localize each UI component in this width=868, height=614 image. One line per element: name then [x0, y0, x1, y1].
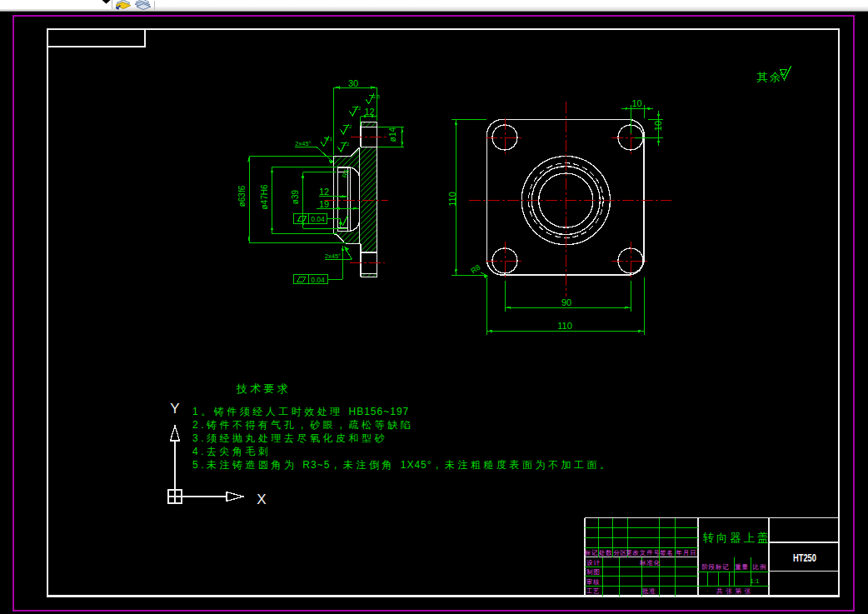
svg-text:2x45°: 2x45°	[295, 140, 311, 147]
svg-text:3.须经抛丸处理去尽氧化皮和型砂: 3.须经抛丸处理去尽氧化皮和型砂	[192, 432, 387, 444]
svg-text:2.铸件不得有气孔，砂眼，疏松等缺陷: 2.铸件不得有气孔，砂眼，疏松等缺陷	[192, 419, 413, 431]
svg-text:重量: 重量	[735, 563, 749, 571]
svg-text:19: 19	[319, 199, 329, 209]
svg-text:110: 110	[447, 192, 457, 207]
svg-text:设计: 设计	[586, 559, 601, 567]
svg-text:HT250: HT250	[793, 552, 816, 564]
svg-text:签名: 签名	[660, 549, 674, 557]
svg-text:处数: 处数	[598, 549, 613, 557]
svg-text:10: 10	[653, 121, 663, 131]
svg-text:Y: Y	[170, 401, 179, 417]
svg-text:X: X	[257, 492, 266, 507]
svg-text:0.04: 0.04	[311, 276, 325, 284]
svg-text:R8: R8	[469, 263, 481, 276]
svg-text:R5: R5	[341, 167, 351, 178]
svg-text:转向器上盖: 转向器上盖	[703, 532, 771, 544]
svg-text:ø39: ø39	[291, 189, 300, 204]
svg-text:阶段标记: 阶段标记	[701, 563, 729, 571]
svg-text:ø14: ø14	[388, 127, 397, 142]
svg-text:标记: 标记	[584, 549, 599, 557]
svg-text:4.去尖角毛刺: 4.去尖角毛刺	[192, 446, 272, 457]
svg-text:ø63f6: ø63f6	[237, 185, 247, 207]
svg-text:3.2: 3.2	[354, 106, 362, 111]
svg-text:30: 30	[348, 78, 358, 88]
svg-text:110: 110	[557, 321, 572, 331]
svg-text:批准: 批准	[642, 587, 656, 595]
svg-text:12: 12	[364, 107, 374, 117]
svg-text:制图: 制图	[586, 568, 601, 576]
svg-text:技术要求: 技术要求	[236, 382, 291, 395]
svg-text:10: 10	[631, 98, 641, 108]
svg-text:12: 12	[319, 187, 329, 197]
svg-text:3.2: 3.2	[345, 124, 352, 129]
svg-text:年月日: 年月日	[676, 549, 697, 557]
svg-text:1:1: 1:1	[750, 577, 760, 585]
svg-text:ø47H6: ø47H6	[260, 184, 269, 209]
svg-text:共 张 第 张: 共 张 第 张	[716, 587, 751, 595]
svg-text:2x45°: 2x45°	[325, 252, 341, 260]
svg-text:比例: 比例	[753, 563, 767, 571]
svg-text:90: 90	[561, 297, 571, 307]
svg-text:更改文件号: 更改文件号	[626, 549, 661, 557]
svg-text:审核: 审核	[586, 578, 601, 586]
svg-text:其余: 其余	[756, 71, 783, 83]
svg-text:12.5: 12.5	[371, 94, 381, 99]
svg-text:6.3: 6.3	[326, 137, 333, 142]
svg-text:3.2: 3.2	[342, 142, 350, 147]
svg-text:标准化: 标准化	[639, 559, 661, 567]
svg-text:1。铸件须经人工时效处理 HB156~197: 1。铸件须经人工时效处理 HB156~197	[192, 406, 409, 417]
svg-text:0.04: 0.04	[311, 215, 325, 223]
svg-text:工艺: 工艺	[586, 587, 601, 595]
svg-text:5.未注铸造圆角为 R3~5，未注倒角 1X45°，未注粗糙: 5.未注铸造圆角为 R3~5，未注倒角 1X45°，未注粗糙度表面为不加工面。	[192, 459, 613, 471]
